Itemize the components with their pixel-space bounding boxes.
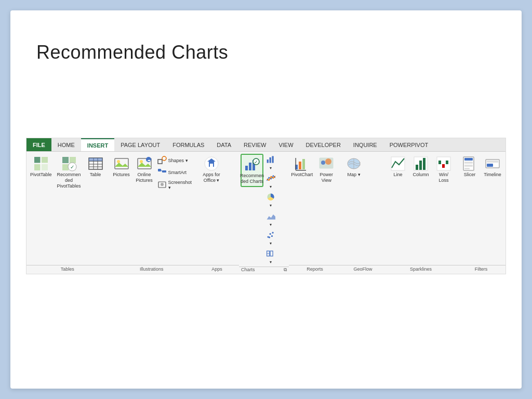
recommended-charts-button[interactable]: ✓ Recommended Charts bbox=[241, 154, 263, 187]
main-card: Recommended Charts FILE HOME INSERT PAGE… bbox=[10, 10, 522, 389]
pivot-table-icon bbox=[33, 155, 49, 172]
svg-rect-74 bbox=[464, 168, 470, 169]
tab-formulas[interactable]: FORMULAS bbox=[166, 138, 210, 151]
svg-text:✓: ✓ bbox=[254, 159, 258, 165]
map-icon bbox=[345, 155, 362, 172]
win-loss-button[interactable]: Win/ Loss bbox=[432, 154, 455, 185]
slicer-icon bbox=[461, 155, 478, 172]
svg-rect-53 bbox=[302, 159, 305, 169]
win-loss-label: Win/ Loss bbox=[434, 172, 453, 183]
recommended-charts-label: Recommended Charts bbox=[239, 173, 265, 184]
tab-powerpivot[interactable]: POWERPIVOT bbox=[383, 138, 435, 151]
apps-for-office-label: Apps for Office ▾ bbox=[198, 172, 224, 183]
column-sparkline-button[interactable]: Column bbox=[409, 154, 432, 179]
svg-rect-77 bbox=[487, 164, 493, 167]
tables-group: PivotTable ✓ bbox=[26, 153, 109, 273]
timeline-icon bbox=[484, 155, 501, 172]
svg-rect-65 bbox=[423, 158, 425, 170]
other-charts-icon bbox=[266, 249, 275, 258]
screenshot-button[interactable]: Screenshot ▾ bbox=[156, 179, 194, 191]
scatter-chart-button[interactable]: ▾ bbox=[263, 229, 278, 247]
sparklines-group: Line Column bbox=[385, 153, 457, 273]
slicer-button[interactable]: Slicer bbox=[458, 154, 481, 179]
tab-file[interactable]: FILE bbox=[26, 138, 51, 151]
power-view-icon bbox=[318, 155, 335, 172]
area-chart-icon bbox=[266, 211, 275, 221]
pictures-label: Pictures bbox=[113, 172, 130, 178]
pictures-button[interactable]: Pictures bbox=[110, 154, 133, 179]
svg-point-58 bbox=[325, 158, 331, 165]
svg-point-31 bbox=[161, 183, 164, 186]
pivot-table-label: PivotTable bbox=[30, 172, 52, 178]
svg-rect-69 bbox=[446, 161, 448, 164]
recommended-pivot-tables-icon: ✓ bbox=[61, 155, 77, 172]
pivot-table-button[interactable]: PivotTable bbox=[28, 154, 54, 179]
svg-rect-1 bbox=[42, 157, 48, 163]
svg-rect-6 bbox=[62, 157, 69, 163]
svg-rect-35 bbox=[249, 163, 251, 170]
bar-chart-icon bbox=[266, 155, 275, 164]
svg-rect-40 bbox=[270, 157, 271, 163]
online-pictures-button[interactable]: ☁ Online Pictures bbox=[133, 154, 156, 185]
online-pictures-label: Online Pictures bbox=[135, 172, 154, 183]
pivot-chart-icon bbox=[294, 155, 310, 172]
svg-point-22 bbox=[140, 160, 143, 163]
line-sparkline-button[interactable]: Line bbox=[387, 154, 409, 179]
svg-rect-34 bbox=[245, 166, 248, 170]
tab-review[interactable]: REVIEW bbox=[237, 138, 272, 151]
smartart-button[interactable]: SmartArt bbox=[156, 167, 194, 178]
svg-rect-54 bbox=[296, 170, 306, 171]
svg-point-20 bbox=[117, 160, 120, 163]
table-button[interactable]: Table bbox=[84, 154, 107, 179]
page-title: Recommended Charts bbox=[36, 42, 228, 63]
pie-chart-button[interactable]: ▾ bbox=[263, 191, 278, 209]
recommended-charts-icon: ✓ bbox=[244, 156, 260, 173]
svg-rect-52 bbox=[299, 162, 301, 169]
charts-expand-icon[interactable]: ⧉ bbox=[284, 267, 287, 273]
tab-insert[interactable]: INSERT bbox=[81, 138, 114, 151]
recommended-pivot-tables-button[interactable]: ✓ Recommended PivotTables bbox=[54, 154, 84, 190]
filters-group-label: Filters bbox=[457, 265, 506, 273]
sparklines-group-label: Sparklines bbox=[385, 265, 457, 273]
svg-rect-68 bbox=[442, 164, 445, 168]
screenshot-icon bbox=[157, 180, 167, 190]
apps-for-office-button[interactable]: Apps for Office ▾ bbox=[196, 154, 227, 185]
ribbon: FILE HOME INSERT PAGE LAYOUT FORMULAS DA… bbox=[26, 138, 506, 274]
svg-rect-8 bbox=[62, 164, 69, 170]
area-chart-button[interactable]: ▾ bbox=[263, 210, 278, 228]
tables-group-label: Tables bbox=[26, 265, 109, 273]
chart-buttons-group: ▾ ▾ bbox=[263, 154, 287, 265]
apps-for-office-icon bbox=[203, 155, 220, 172]
pivot-chart-button[interactable]: PivotChart bbox=[290, 154, 314, 179]
tab-data[interactable]: DATA bbox=[210, 138, 237, 151]
column-sparkline-icon bbox=[413, 155, 429, 172]
svg-point-26 bbox=[162, 156, 166, 161]
tab-view[interactable]: VIEW bbox=[272, 138, 299, 151]
svg-line-29 bbox=[161, 170, 162, 171]
shapes-button[interactable]: Shapes ▾ bbox=[156, 155, 194, 166]
tab-inquire[interactable]: INQUIRE bbox=[347, 138, 383, 151]
shapes-group: Shapes ▾ SmartArt bbox=[156, 155, 194, 191]
tab-page-layout[interactable]: PAGE LAYOUT bbox=[114, 138, 166, 151]
map-label: Map ▾ bbox=[348, 172, 361, 178]
bar-chart-button[interactable]: ▾ bbox=[263, 154, 278, 171]
tab-home[interactable]: HOME bbox=[51, 138, 81, 151]
map-button[interactable]: Map ▾ bbox=[342, 154, 365, 179]
smartart-icon bbox=[157, 168, 167, 177]
svg-text:☁: ☁ bbox=[147, 158, 150, 162]
line-chart-button[interactable]: ▾ bbox=[263, 172, 278, 190]
svg-rect-64 bbox=[419, 161, 422, 170]
tab-developer[interactable]: DEVELOPER bbox=[300, 138, 347, 151]
timeline-button[interactable]: Timeline bbox=[481, 154, 504, 179]
illustrations-group-label: Illustrations bbox=[109, 265, 195, 273]
geoflow-group-label: GeoFlow bbox=[341, 265, 385, 273]
svg-rect-55 bbox=[296, 158, 297, 170]
geoflow-group: Map ▾ GeoFlow bbox=[341, 153, 385, 273]
svg-rect-2 bbox=[34, 164, 41, 170]
apps-group-label: Apps bbox=[195, 265, 239, 273]
other-charts-button[interactable]: ▾ bbox=[263, 248, 278, 265]
svg-rect-18 bbox=[89, 158, 102, 161]
svg-rect-7 bbox=[70, 157, 76, 163]
power-view-button[interactable]: Power View bbox=[314, 154, 339, 185]
svg-rect-67 bbox=[438, 161, 441, 164]
